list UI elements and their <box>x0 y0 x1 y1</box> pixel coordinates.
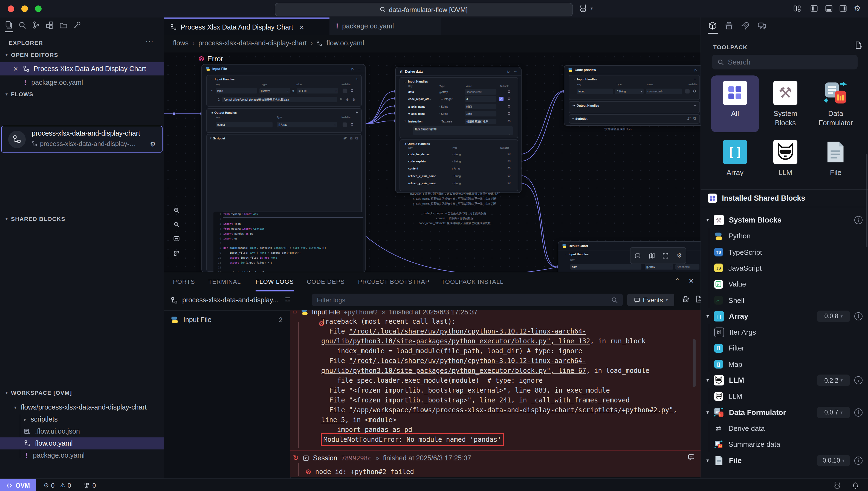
clear-logs-icon[interactable] <box>682 295 689 303</box>
block-item-shell[interactable]: >_Shell <box>701 292 868 308</box>
code-line[interactable]: 6import os <box>213 236 363 241</box>
chevron-down-icon[interactable]: ▼ <box>705 458 710 463</box>
flow-log-output[interactable]: ◌ Input File +python#2 » finished at 202… <box>290 310 701 477</box>
open-editor-item[interactable]: ! package.oo.yaml <box>0 76 164 89</box>
node-header[interactable]: ⇄ Derive data ▷⋯ <box>396 67 521 76</box>
key-field[interactable]: input <box>216 88 257 93</box>
feedback-chat-icon[interactable] <box>757 21 766 30</box>
attachment-icon[interactable]: 🖇 <box>343 136 347 140</box>
ports-count[interactable]: 0 <box>92 482 96 489</box>
code-line[interactable]: 11 assert len(input_files) > 0 <box>213 261 363 266</box>
key-field[interactable]: output <box>216 122 273 127</box>
breadcrumb-flow-yaml[interactable]: flow.oo.yaml <box>326 39 364 47</box>
info-icon[interactable]: i <box>854 376 863 384</box>
tree-package-yaml-row[interactable]: ! package.oo.yaml <box>0 450 164 461</box>
zoom-out-icon[interactable] <box>172 220 181 229</box>
node-header[interactable]: Input File ▷⋯ <box>202 64 365 73</box>
info-icon[interactable]: i <box>854 408 863 416</box>
settings-gear-icon[interactable]: ⚙ <box>676 252 682 259</box>
flow-canvas[interactable]: ⊗ Error Input File ▷⋯ →Input Handles+ Ke… <box>164 53 701 272</box>
handle-gear-icon[interactable]: ⚙ <box>507 105 511 108</box>
errors-icon[interactable]: ⊘ <box>44 482 49 489</box>
flows-icon[interactable] <box>32 21 40 30</box>
version-select[interactable]: 0.0.7▾ <box>817 406 850 418</box>
run-node-icon[interactable]: ▷ <box>352 67 354 70</box>
chevron-down-icon[interactable]: ▼ <box>705 314 710 319</box>
command-search-bar[interactable]: data-formulator-flow [OVM] <box>275 3 573 17</box>
version-select[interactable]: 0.2.2▾ <box>817 375 850 386</box>
block-item-map[interactable]: []Map <box>701 356 868 372</box>
toolpack-card-all[interactable]: All <box>711 76 759 132</box>
bottom-tab-terminal[interactable]: TERMINAL <box>208 272 241 290</box>
settings-gear-icon[interactable]: ⚙ <box>854 4 861 12</box>
oomol-rabbit-icon[interactable] <box>833 481 842 490</box>
errors-count[interactable]: 0 <box>51 482 54 489</box>
sidebar-scrollbar[interactable] <box>866 154 867 247</box>
log-source-row[interactable]: Input File 2 <box>164 312 290 327</box>
value-field[interactable]: <connecte <box>675 264 700 269</box>
tab-package-yaml[interactable]: ! package.oo.yaml <box>329 18 441 35</box>
breadcrumb-flows[interactable]: flows <box>173 39 189 47</box>
open-editor-item-active[interactable]: ✕ Process Xlsx Data And Display Chart <box>0 62 164 76</box>
fit-view-icon[interactable] <box>172 235 181 243</box>
code-line[interactable]: 4from oocana import Context <box>213 227 363 232</box>
shared-blocks-header[interactable]: ▾ SHARED BLOCKS <box>5 215 65 222</box>
close-panel-icon[interactable]: ✕ <box>688 277 694 285</box>
tree-flow-yaml-row[interactable]: flow.oo.yaml <box>0 437 164 450</box>
attachment-icon[interactable]: 🖇 <box>687 116 691 121</box>
tab-flow-editor[interactable]: Process Xlsx Data And Display Chart ✕ <box>164 18 329 36</box>
add-handle-icon[interactable]: + <box>694 103 696 107</box>
handle-value-field[interactable]: 总额 <box>465 111 496 116</box>
flows-header[interactable]: ▾ FLOWS <box>5 91 33 97</box>
block-item-llm[interactable]: LLM <box>701 388 868 404</box>
toolpack-card-llm[interactable]: LLM <box>761 135 809 182</box>
type-select[interactable]: [] Array▾ <box>645 264 673 269</box>
version-select[interactable]: 0.0.10▾ <box>817 455 850 466</box>
folder-icon[interactable] <box>59 21 68 30</box>
close-icon[interactable]: ✕ <box>299 24 304 31</box>
handle-gear-icon[interactable]: ⚙ <box>507 181 511 185</box>
code-line[interactable]: 9 input_files: Any | None = params.get("… <box>213 251 363 256</box>
close-window-button[interactable] <box>8 5 14 12</box>
bottom-tab-toolpack-install[interactable]: TOOLPACK INSTALL <box>441 272 504 290</box>
info-icon[interactable]: i <box>854 216 863 224</box>
chevron-down-icon[interactable]: ▼ <box>705 410 710 415</box>
chevron-right-icon[interactable]: ▸ <box>572 117 574 120</box>
fullscreen-icon[interactable] <box>662 252 669 259</box>
code-line[interactable]: 2 <box>213 217 363 222</box>
toggle-panel-left-icon[interactable] <box>810 4 818 12</box>
minimize-window-button[interactable] <box>21 5 28 12</box>
run-node-icon[interactable]: ▷ <box>695 68 697 71</box>
handle-gear-icon[interactable]: ⚙ <box>350 122 354 126</box>
oomol-rabbit-icon[interactable] <box>578 3 588 14</box>
tree-flow-ui-row[interactable]: .flow.ui.oo.json <box>0 425 164 437</box>
block-group-data-formulator[interactable]: ▼Data Formulator0.0.7▾i <box>701 404 868 420</box>
ports-tower-icon[interactable] <box>83 482 90 489</box>
files-icon[interactable] <box>4 21 13 30</box>
toggle-panel-bottom-icon[interactable] <box>825 4 833 12</box>
block-item-javascript[interactable]: JSJavaScript <box>701 260 868 276</box>
node-derive-data[interactable]: ⇄ Derive data ▷⋯ →Input Handles Key Type… <box>395 67 521 193</box>
nullable-checkbox[interactable]: ✓ <box>499 97 504 102</box>
value-select[interactable]: 🗎File▾ <box>297 88 338 93</box>
add-handle-icon[interactable]: + <box>356 111 358 114</box>
toolpack-card-data-formulator[interactable]: Data Formulator <box>812 76 860 132</box>
code-line[interactable]: 10 assert input_files is not None <box>213 256 363 261</box>
warnings-count[interactable]: 0 <box>67 482 71 489</box>
nullable-checkbox[interactable] <box>343 122 347 127</box>
toolpack-search-input[interactable]: Search <box>712 55 858 69</box>
type-select[interactable]: [] Array▾ <box>260 88 290 93</box>
collapse-panel-icon[interactable]: ⌃ <box>675 277 680 284</box>
handle-gear-icon[interactable]: ⚙ <box>507 167 511 170</box>
version-select[interactable]: 0.0.8▾ <box>817 311 850 322</box>
gift-icon[interactable] <box>725 21 733 30</box>
handle-value-field[interactable]: 时间 <box>465 104 496 109</box>
close-icon[interactable]: ✕ <box>13 65 18 73</box>
workspace-header[interactable]: ▾ WORKSPACE [OVM] <box>5 389 72 396</box>
code-line[interactable]: 1from typing import Any <box>213 212 363 217</box>
tree-folder-row[interactable]: ▾ flows/process-xlsx-data-and-display-ch… <box>0 401 164 413</box>
handle-gear-icon[interactable]: ⚙ <box>507 112 511 115</box>
docs-icon[interactable]: ⧉ <box>694 116 696 121</box>
key-field[interactable]: input <box>577 89 613 94</box>
layout-icon[interactable] <box>793 4 801 12</box>
